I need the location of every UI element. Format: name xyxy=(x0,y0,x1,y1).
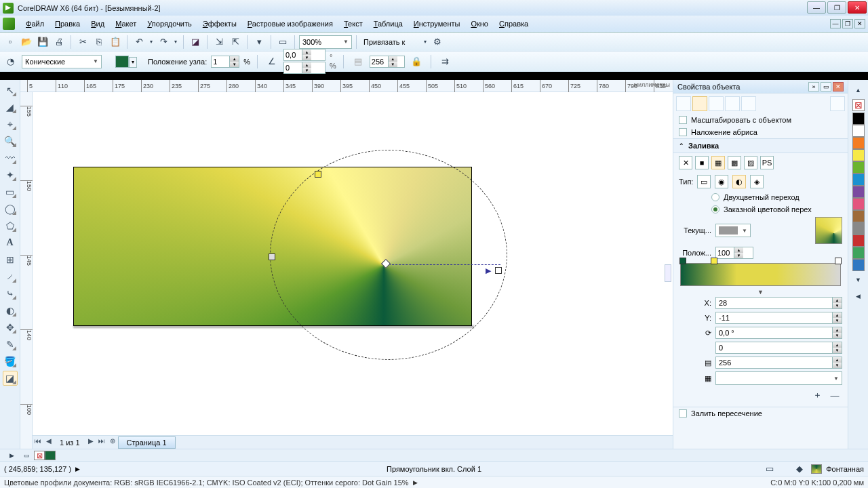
remove-preset-button[interactable]: — xyxy=(827,388,842,403)
menu-вид[interactable]: Вид xyxy=(85,18,110,29)
eyedropper-tool[interactable]: ✥ xyxy=(3,320,18,335)
shape-tool[interactable]: ◢ xyxy=(3,100,18,115)
palette-flyout[interactable]: ◀ xyxy=(851,289,866,304)
mdi-restore[interactable]: ❐ xyxy=(842,19,853,28)
gradient-end-handle[interactable] xyxy=(495,267,502,274)
options-button[interactable]: ⚙ xyxy=(430,35,445,49)
color-swatch[interactable] xyxy=(852,161,865,174)
snap-options-button[interactable]: ▭ xyxy=(275,35,290,49)
pick-tool[interactable]: ↖ xyxy=(3,83,18,98)
menu-упорядочить[interactable]: Упорядочить xyxy=(142,18,197,29)
pattern-fill-button[interactable]: ▩ xyxy=(728,156,741,169)
interactive-fill-tool[interactable]: ◪ xyxy=(3,371,18,386)
linear-type-button[interactable]: ▭ xyxy=(697,175,711,188)
add-page-button[interactable]: ⊕ xyxy=(107,437,118,448)
menu-растровые изображения[interactable]: Растровые изображения xyxy=(242,18,338,29)
paste-button[interactable]: 📋 xyxy=(108,35,123,49)
crop-tool[interactable]: ⌖ xyxy=(3,117,18,131)
gradient-start-handle[interactable] xyxy=(269,253,275,260)
undo-dropdown[interactable]: ▾ xyxy=(148,35,155,49)
selected-rectangle[interactable] xyxy=(73,167,472,326)
ruler-horizontal[interactable]: миллиметры 51101651752302352752803403453… xyxy=(20,80,673,92)
section-toggle-icon[interactable]: ⌃ xyxy=(679,142,684,149)
color-swatch[interactable] xyxy=(852,137,865,149)
doc-color-green[interactable] xyxy=(45,451,56,460)
gradient-editor[interactable] xyxy=(680,263,841,286)
zoom-tool[interactable]: 🔍 xyxy=(3,134,18,148)
no-fill-button[interactable]: ✕ xyxy=(679,156,692,169)
menu-эффекты[interactable]: Эффекты xyxy=(197,18,242,29)
panel-more-button[interactable] xyxy=(830,96,845,111)
palette-scroll-down[interactable]: ▼ xyxy=(851,272,866,287)
menu-текст[interactable]: Текст xyxy=(338,18,368,29)
snap-to-dropdown[interactable]: ▾ xyxy=(422,35,429,49)
save-button[interactable]: 💾 xyxy=(35,35,50,49)
import-button[interactable]: ◪ xyxy=(188,35,203,49)
angle-input[interactable]: ▲▼ xyxy=(283,49,326,61)
gradient-node-handle[interactable] xyxy=(315,171,321,178)
copy-fill-button[interactable]: ⇉ xyxy=(438,54,453,69)
menu-инструменты[interactable]: Инструменты xyxy=(408,18,466,29)
first-page-button[interactable]: ⏮ xyxy=(33,437,43,448)
close-button[interactable]: ✕ xyxy=(848,1,867,14)
effects-tool[interactable]: ◐ xyxy=(3,303,18,318)
new-button[interactable]: ▫ xyxy=(3,35,18,49)
smart-fill-tool[interactable]: ✦ xyxy=(3,167,18,182)
freehand-tool[interactable]: 〰 xyxy=(3,150,18,165)
position-input[interactable]: ▲▼ xyxy=(715,247,753,259)
fill-drop-button[interactable]: ▾ xyxy=(252,35,267,49)
fill-tab-button[interactable] xyxy=(692,96,707,111)
rectangle-tool[interactable]: ▭ xyxy=(3,184,18,199)
color-swatch[interactable] xyxy=(852,149,865,161)
no-color-swatch[interactable]: ⊠ xyxy=(852,99,865,111)
print-button[interactable]: 🖨 xyxy=(52,35,66,49)
menu-файл[interactable]: Файл xyxy=(20,18,50,29)
color-swatch[interactable] xyxy=(852,125,865,137)
node-position-input[interactable]: ▲▼ xyxy=(211,56,239,68)
preset-combo[interactable]: ▼ xyxy=(715,371,842,385)
connector-tool[interactable]: ⤷ xyxy=(3,286,18,301)
canvas-area[interactable]: ▶ xyxy=(33,92,673,435)
fill-indicator-icon[interactable]: ◆ xyxy=(792,462,807,476)
dimension-tool[interactable]: ⟋ xyxy=(3,269,18,284)
color-swatch[interactable] xyxy=(852,259,865,271)
minimize-button[interactable]: — xyxy=(807,1,826,14)
uniform-fill-button[interactable]: ■ xyxy=(695,156,709,169)
maximize-button[interactable]: ❐ xyxy=(827,1,846,14)
redo-dropdown[interactable]: ▾ xyxy=(172,35,179,49)
edit-fill-icon[interactable]: ◔ xyxy=(3,54,18,69)
fill-indicator-swatch[interactable] xyxy=(811,464,822,474)
menu-таблица[interactable]: Таблица xyxy=(368,18,408,29)
fill-tool[interactable]: 🪣 xyxy=(3,354,18,369)
add-preset-button[interactable]: ＋ xyxy=(810,388,825,403)
two-color-radio[interactable] xyxy=(711,193,719,201)
fill-intersection-checkbox[interactable] xyxy=(679,409,687,418)
last-page-button[interactable]: ⏭ xyxy=(96,437,107,448)
postscript-fill-button[interactable]: PS xyxy=(760,156,774,169)
color-swatch[interactable] xyxy=(852,113,865,125)
menu-правка[interactable]: Правка xyxy=(50,18,85,29)
prev-page-button[interactable]: ◀ xyxy=(43,437,54,448)
color-swatch[interactable] xyxy=(852,186,865,198)
rotation-input[interactable]: ▲▼ xyxy=(715,327,842,339)
gradient-stop-start[interactable] xyxy=(679,258,686,264)
panel-close-button[interactable]: ✕ xyxy=(833,82,844,92)
edge-pad-panel-input[interactable]: ▲▼ xyxy=(715,342,842,354)
color-swatch[interactable] xyxy=(852,198,865,210)
menu-макет[interactable]: Макет xyxy=(110,18,142,29)
lock-steps-button[interactable]: 🔒 xyxy=(409,54,424,69)
current-color-swatch[interactable]: ▾ xyxy=(115,56,129,68)
gradient-stop-end[interactable] xyxy=(835,258,842,264)
panel-dock-button[interactable]: ▭ xyxy=(821,82,831,92)
custom-radio[interactable] xyxy=(711,205,719,214)
overlay-outline-checkbox[interactable] xyxy=(679,128,687,136)
open-button[interactable]: 📂 xyxy=(19,35,34,49)
export-button[interactable]: ⇲ xyxy=(212,35,226,49)
panel-collapse-button[interactable]: » xyxy=(808,82,819,92)
redo-button[interactable]: ↷ xyxy=(156,35,171,49)
edge-pad-input[interactable]: ▲▼ xyxy=(283,62,326,74)
menu-справка[interactable]: Справка xyxy=(494,18,534,29)
ellipse-tool[interactable]: ◯ xyxy=(3,201,18,216)
transparency-tab-button[interactable] xyxy=(709,96,724,111)
menu-окно[interactable]: Окно xyxy=(465,18,494,29)
